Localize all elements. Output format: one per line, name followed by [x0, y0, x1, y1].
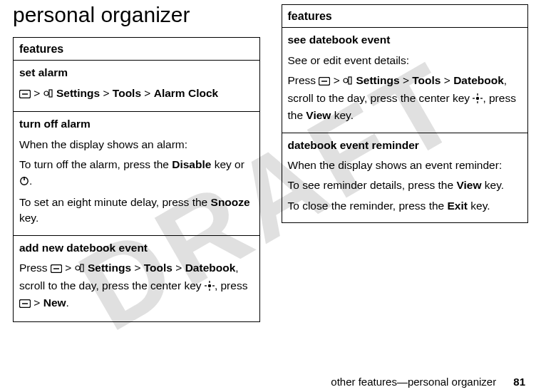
menu-key-icon	[19, 296, 31, 312]
page-title: personal organizer	[13, 3, 260, 27]
right-column: features see datebook event See or edit …	[282, 0, 529, 322]
gt: >	[34, 87, 40, 99]
svg-rect-9	[81, 264, 83, 272]
text: key.	[331, 109, 354, 121]
settings-icon	[75, 262, 85, 277]
settings-label: Settings	[56, 87, 100, 99]
page-body: personal organizer features set alarm > …	[0, 0, 541, 322]
disable-key: Disable	[172, 158, 211, 170]
see-event-title: see datebook event	[288, 32, 522, 48]
menu-key-icon	[51, 262, 62, 277]
gt: >	[444, 74, 450, 86]
tools-label: Tools	[113, 87, 141, 99]
gt: >	[144, 87, 150, 99]
settings-label: Settings	[88, 262, 131, 274]
settings-icon	[43, 87, 53, 103]
settings-label: Settings	[356, 74, 399, 86]
text: key.	[468, 200, 490, 212]
alarm-clock-label: Alarm Clock	[154, 87, 218, 99]
gt: >	[334, 74, 340, 86]
text: To turn off the alarm, press the	[19, 158, 172, 170]
gt: >	[403, 74, 409, 86]
text: key or	[211, 158, 244, 170]
text: Press	[288, 74, 319, 86]
menu-key-icon	[319, 74, 330, 90]
right-table-header: features	[282, 5, 528, 28]
gt: >	[65, 262, 71, 274]
svg-point-8	[76, 266, 80, 270]
add-event-body: Press > Settings > Tools > Datebook, scr…	[19, 260, 254, 312]
tools-label: Tools	[144, 262, 172, 274]
text: Press	[19, 262, 51, 274]
center-key-icon	[205, 279, 215, 295]
turn-off-p3: To set an eight minute delay, press the …	[19, 195, 254, 227]
gt: >	[34, 296, 40, 309]
power-key-icon	[19, 175, 29, 190]
left-column: personal organizer features set alarm > …	[13, 0, 260, 322]
gt: >	[134, 262, 140, 274]
svg-rect-20	[349, 77, 351, 84]
reminder-title: datebook event reminder	[288, 138, 522, 153]
table-row: turn off alarm When the display shows an…	[14, 112, 260, 236]
table-header-row: features	[14, 38, 260, 61]
view-key: View	[306, 109, 331, 121]
right-features-table: features see datebook event See or edit …	[282, 4, 529, 223]
svg-rect-3	[49, 90, 52, 97]
svg-point-19	[344, 78, 348, 83]
new-label: New	[43, 296, 66, 309]
text: To see reminder details, press the	[288, 179, 457, 191]
left-table-header: features	[14, 38, 260, 61]
see-event-p2: Press > Settings > Tools > Datebook, scr…	[288, 73, 522, 123]
text: To close the reminder, press the	[288, 200, 448, 212]
table-row: datebook event reminder When the display…	[282, 133, 528, 223]
reminder-p3: To close the reminder, press the Exit ke…	[288, 198, 522, 214]
page-number: 81	[513, 376, 525, 388]
reminder-p2: To see reminder details, press the View …	[288, 177, 522, 193]
left-features-table: features set alarm > Settings > Tools > …	[13, 37, 260, 322]
page-footer: other features—personal organizer 81	[331, 376, 525, 388]
turn-off-alarm-title: turn off alarm	[19, 116, 254, 132]
gt: >	[103, 87, 109, 99]
text: key.	[481, 179, 504, 191]
snooze-key: Snooze	[211, 196, 250, 208]
center-key-icon	[473, 92, 483, 108]
table-row: set alarm > Settings > Tools > Alarm Clo…	[14, 61, 260, 112]
text: key.	[19, 212, 38, 224]
table-row: add new datebook event Press > Settings …	[14, 235, 260, 321]
gt: >	[175, 262, 182, 274]
text: , press	[215, 279, 248, 292]
datebook-label: Datebook	[185, 262, 236, 274]
tools-label: Tools	[412, 74, 440, 86]
table-header-row: features	[282, 5, 528, 28]
table-row: see datebook event See or edit event det…	[282, 28, 528, 133]
svg-point-21	[476, 96, 479, 99]
set-alarm-title: set alarm	[19, 65, 254, 81]
exit-key: Exit	[448, 200, 468, 212]
set-alarm-path: > Settings > Tools > Alarm Clock	[19, 86, 254, 103]
svg-point-2	[44, 91, 48, 96]
text: To set an eight minute delay, press the	[19, 196, 211, 208]
settings-icon	[343, 74, 353, 90]
reminder-p1: When the display shows an event reminder…	[288, 158, 522, 173]
turn-off-p1: When the display shows an alarm:	[19, 137, 254, 153]
menu-key-icon	[19, 87, 31, 103]
turn-off-p2: To turn off the alarm, press the Disable…	[19, 157, 254, 190]
datebook-label: Datebook	[453, 74, 504, 86]
view-key: View	[456, 179, 481, 191]
text: .	[29, 175, 32, 187]
add-event-title: add new datebook event	[19, 240, 254, 256]
svg-point-10	[208, 284, 211, 287]
footer-text: other features—personal organizer	[331, 376, 496, 388]
see-event-p1: See or edit event details:	[288, 53, 522, 68]
